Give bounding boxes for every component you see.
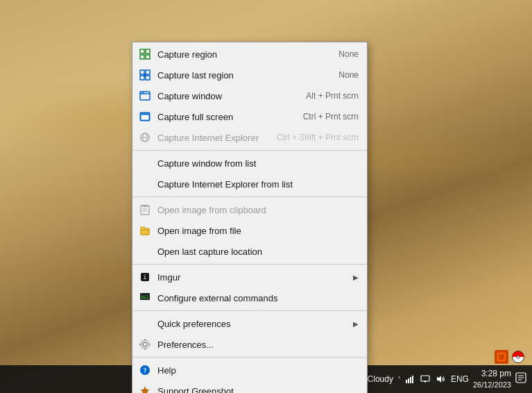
- separator-2: [132, 196, 367, 197]
- capture-window-icon: [138, 89, 152, 103]
- capture-ie-shortcut: Ctrl + Shift + Prnt scrn: [277, 133, 359, 142]
- help-label: Help: [157, 365, 359, 376]
- svg-rect-2: [140, 55, 144, 59]
- quick-preferences-icon: [138, 317, 152, 331]
- capture-last-region-shortcut: None: [338, 70, 359, 80]
- svg-point-28: [143, 342, 147, 346]
- open-file-label: Open image from file: [157, 226, 359, 236]
- tray-app-icon-2[interactable]: [511, 350, 525, 364]
- menu-item-open-last[interactable]: Open last capture location: [132, 241, 367, 262]
- open-file-icon: [138, 224, 152, 237]
- tray-expand-icon[interactable]: ˄: [397, 376, 401, 383]
- support-label: Support Greenshot: [157, 386, 359, 394]
- separator-3: [132, 264, 367, 265]
- separator-1: [132, 150, 367, 151]
- svg-point-29: [141, 340, 149, 349]
- tray-volume-icon[interactable]: [434, 373, 447, 385]
- lang-label[interactable]: ENG: [451, 374, 469, 384]
- capture-window-list-icon: [138, 156, 152, 170]
- preferences-label: Preferences...: [157, 340, 359, 350]
- menu-item-open-file[interactable]: Open image from file: [132, 220, 367, 241]
- capture-region-icon: [138, 47, 152, 61]
- imgur-arrow: ▶: [353, 274, 359, 281]
- capture-ie-label: Capture Internet Explorer: [157, 133, 263, 143]
- context-menu: Capture region None Capture last region …: [132, 42, 368, 393]
- capture-full-screen-shortcut: Ctrl + Prnt scrn: [303, 112, 359, 122]
- support-icon: [138, 384, 152, 393]
- menu-item-capture-ie[interactable]: Capture Internet Explorer Ctrl + Shift +…: [132, 127, 367, 148]
- svg-point-8: [144, 74, 146, 76]
- svg-rect-37: [499, 354, 504, 360]
- menu-item-preferences[interactable]: Preferences...: [132, 334, 367, 355]
- menu-item-help[interactable]: ? Help: [132, 360, 367, 381]
- svg-text:i: i: [144, 274, 147, 281]
- svg-rect-39: [408, 378, 409, 383]
- svg-rect-38: [406, 380, 407, 383]
- svg-rect-42: [421, 376, 429, 381]
- menu-item-support[interactable]: Support Greenshot: [132, 381, 367, 393]
- svg-point-11: [141, 92, 143, 94]
- open-clipboard-icon: [138, 203, 152, 217]
- menu-item-capture-region[interactable]: Capture region None: [132, 44, 367, 65]
- imgur-label: Imgur: [157, 272, 347, 283]
- capture-ie-icon: [138, 131, 152, 144]
- menu-item-capture-full-screen[interactable]: Capture full screen Ctrl + Prnt scrn: [132, 106, 367, 127]
- svg-point-12: [143, 92, 144, 94]
- svg-marker-45: [437, 376, 441, 383]
- svg-rect-6: [140, 76, 144, 80]
- capture-ie-list-label: Capture Internet Explorer from list: [157, 179, 359, 190]
- svg-rect-3: [146, 55, 150, 59]
- notification-icon[interactable]: [515, 372, 526, 386]
- tray-display-icon[interactable]: [419, 373, 431, 385]
- capture-window-shortcut: Alt + Prnt scrn: [306, 91, 359, 101]
- capture-ie-list-icon: [138, 177, 152, 191]
- svg-rect-4: [140, 70, 144, 74]
- svg-rect-1: [146, 49, 150, 53]
- menu-item-capture-window-list[interactable]: Capture window from list: [132, 153, 367, 174]
- menu-item-capture-last-region[interactable]: Capture last region None: [132, 65, 367, 85]
- configure-external-icon: OLI: [138, 291, 152, 305]
- quick-preferences-label: Quick preferences: [157, 319, 347, 329]
- capture-region-label: Capture region: [157, 49, 325, 60]
- clock[interactable]: 3:28 pm 26/12/2023: [473, 368, 511, 390]
- menu-item-capture-window[interactable]: Capture window Alt + Prnt scrn: [132, 85, 367, 106]
- svg-rect-41: [412, 376, 413, 383]
- open-last-icon: [138, 244, 152, 258]
- clock-time: 3:28 pm: [473, 368, 511, 380]
- separator-5: [132, 357, 367, 358]
- capture-window-label: Capture window: [157, 91, 292, 101]
- help-icon: ?: [138, 363, 152, 377]
- svg-rect-7: [146, 76, 150, 80]
- svg-text:?: ?: [144, 367, 147, 374]
- menu-item-capture-ie-list[interactable]: Capture Internet Explorer from list: [132, 174, 367, 194]
- clock-date: 26/12/2023: [473, 380, 511, 390]
- svg-text:OLI: OLI: [141, 294, 149, 299]
- svg-rect-40: [410, 377, 411, 383]
- preferences-icon: [138, 337, 152, 351]
- configure-external-label: Configure external commands: [157, 293, 359, 303]
- menu-item-imgur[interactable]: i Imgur ▶: [132, 267, 367, 287]
- capture-last-region-label: Capture last region: [157, 70, 325, 81]
- weather-desc: Cloudy: [368, 374, 393, 384]
- tray-app-icon-1[interactable]: [495, 350, 508, 364]
- desktop: Capture region None Capture last region …: [0, 0, 532, 393]
- open-last-label: Open last capture location: [157, 246, 359, 257]
- tray-network-icon[interactable]: [404, 373, 416, 385]
- imgur-icon: i: [138, 270, 152, 284]
- svg-rect-0: [140, 49, 144, 53]
- capture-full-screen-label: Capture full screen: [157, 112, 289, 122]
- menu-item-open-clipboard[interactable]: Open image from clipboard: [132, 199, 367, 220]
- svg-rect-15: [141, 114, 149, 115]
- capture-region-shortcut: None: [338, 49, 359, 59]
- capture-full-screen-icon: [138, 110, 152, 124]
- quick-preferences-arrow: ▶: [353, 320, 359, 328]
- svg-rect-23: [141, 230, 149, 235]
- svg-rect-5: [146, 70, 150, 74]
- separator-4: [132, 310, 367, 311]
- capture-last-region-icon: [138, 68, 152, 82]
- capture-window-list-label: Capture window from list: [157, 158, 359, 169]
- system-tray: ˄: [397, 373, 447, 385]
- menu-item-configure-external[interactable]: OLI Configure external commands: [132, 287, 367, 308]
- menu-item-quick-preferences[interactable]: Quick preferences ▶: [132, 313, 367, 334]
- open-clipboard-label: Open image from clipboard: [157, 205, 359, 215]
